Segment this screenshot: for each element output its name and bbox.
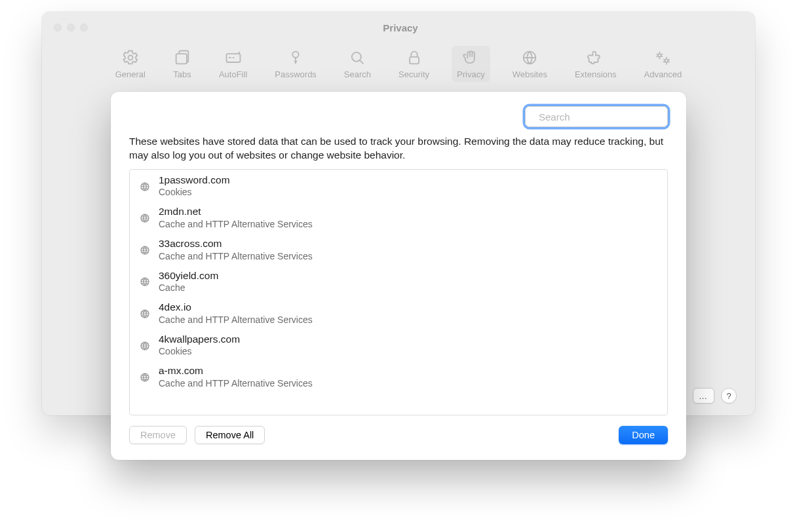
- website-datatypes: Cache and HTTP Alternative Services: [159, 378, 313, 389]
- search-icon: [348, 48, 366, 67]
- tab-security[interactable]: Security: [393, 46, 435, 82]
- tab-label: Advanced: [644, 69, 682, 79]
- globe-icon: [139, 181, 151, 193]
- puzzle-icon: [587, 48, 605, 67]
- zoom-window-icon[interactable]: [80, 24, 88, 31]
- website-datatypes: Cache and HTTP Alternative Services: [159, 219, 313, 229]
- website-domain: 4dex.io: [159, 301, 313, 314]
- website-data-sheet: These websites have stored data that can…: [111, 92, 686, 460]
- tab-label: Extensions: [575, 69, 617, 79]
- tab-label: Passwords: [275, 69, 317, 79]
- globe-icon: [520, 48, 539, 67]
- preferences-toolbar: General Tabs AutoFill Passwords Search S…: [42, 43, 755, 88]
- tab-label: Websites: [513, 69, 547, 79]
- globe-icon: [139, 244, 151, 256]
- svg-rect-5: [410, 57, 419, 64]
- svg-rect-1: [176, 54, 187, 64]
- globe-icon: [139, 212, 151, 224]
- website-list[interactable]: 1password.comCookies 2mdn.netCache and H…: [129, 169, 668, 415]
- website-domain: 4kwallpapers.com: [159, 333, 240, 346]
- tab-label: Privacy: [457, 69, 485, 79]
- window-controls: [42, 24, 88, 31]
- website-datatypes: Cache and HTTP Alternative Services: [159, 314, 313, 325]
- website-datatypes: Cookies: [159, 187, 230, 197]
- svg-point-4: [352, 52, 361, 62]
- tab-general[interactable]: General: [110, 46, 151, 82]
- done-button[interactable]: Done: [619, 426, 668, 444]
- tab-extensions[interactable]: Extensions: [570, 46, 622, 82]
- search-field[interactable]: [539, 111, 663, 123]
- list-item[interactable]: 2mdn.netCache and HTTP Alternative Servi…: [130, 201, 667, 233]
- tab-label: General: [115, 69, 146, 79]
- tab-tabs[interactable]: Tabs: [168, 46, 197, 82]
- website-domain: a-mx.com: [159, 365, 313, 377]
- remove-all-button[interactable]: Remove All: [195, 426, 265, 444]
- website-datatypes: Cookies: [159, 346, 240, 356]
- tab-search[interactable]: Search: [339, 46, 376, 82]
- website-datatypes: Cache and HTTP Alternative Services: [159, 251, 313, 261]
- close-window-icon[interactable]: [54, 24, 62, 31]
- search-input[interactable]: [525, 106, 668, 127]
- titlebar: Privacy: [42, 12, 755, 43]
- globe-icon: [139, 371, 151, 383]
- tab-label: Tabs: [173, 69, 191, 79]
- gears-icon: [653, 48, 672, 67]
- list-item[interactable]: 360yield.comCache: [130, 265, 667, 297]
- list-item[interactable]: a-mx.comCache and HTTP Alternative Servi…: [130, 360, 667, 392]
- tab-passwords[interactable]: Passwords: [269, 46, 322, 82]
- globe-icon: [139, 308, 151, 320]
- autofill-icon: [224, 48, 243, 67]
- website-domain: 360yield.com: [159, 270, 218, 282]
- website-domain: 33across.com: [159, 238, 313, 250]
- tab-privacy[interactable]: Privacy: [452, 46, 490, 82]
- tab-label: AutoFill: [219, 69, 247, 79]
- hand-icon: [461, 48, 480, 67]
- website-datatypes: Cache: [159, 282, 218, 293]
- tab-label: Security: [398, 69, 429, 79]
- list-item[interactable]: 33across.comCache and HTTP Alternative S…: [130, 233, 667, 265]
- tab-advanced[interactable]: Advanced: [638, 46, 687, 82]
- list-item[interactable]: 4kwallpapers.comCookies: [130, 329, 667, 361]
- tab-label: Search: [344, 69, 371, 79]
- help-button[interactable]: ?: [721, 388, 737, 404]
- tab-websites[interactable]: Websites: [507, 46, 553, 82]
- details-button[interactable]: …: [693, 388, 714, 404]
- key-icon: [286, 48, 305, 67]
- lock-icon: [405, 48, 423, 67]
- svg-point-3: [292, 52, 298, 58]
- svg-point-8: [665, 59, 669, 62]
- website-domain: 2mdn.net: [159, 206, 313, 218]
- remove-button[interactable]: Remove: [129, 426, 187, 444]
- globe-icon: [139, 340, 151, 352]
- tab-autofill[interactable]: AutoFill: [214, 46, 252, 82]
- tabs-icon: [173, 48, 191, 67]
- list-item[interactable]: 1password.comCookies: [130, 170, 667, 202]
- window-title: Privacy: [88, 22, 755, 33]
- svg-point-0: [128, 56, 132, 60]
- svg-point-7: [658, 54, 661, 57]
- website-domain: 1password.com: [159, 174, 230, 187]
- globe-icon: [139, 276, 151, 288]
- sheet-description: These websites have stored data that can…: [129, 135, 668, 162]
- list-item[interactable]: 4dex.ioCache and HTTP Alternative Servic…: [130, 297, 667, 329]
- minimize-window-icon[interactable]: [67, 24, 75, 31]
- gear-icon: [121, 48, 140, 67]
